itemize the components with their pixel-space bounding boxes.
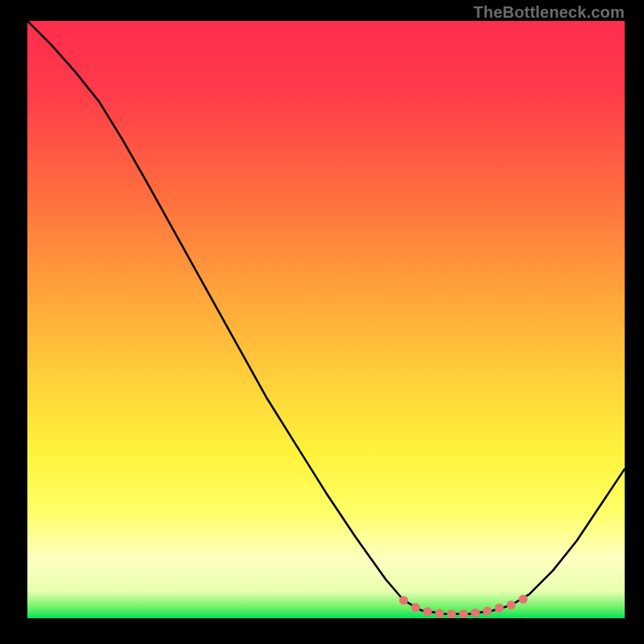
optimal-marker <box>459 609 468 618</box>
optimal-marker <box>495 604 504 613</box>
optimal-marker <box>506 601 515 609</box>
curve-line <box>27 21 625 614</box>
optimal-marker <box>447 609 456 618</box>
chart-container: TheBottleneck.com <box>0 0 644 644</box>
plot-area <box>27 21 625 618</box>
bottleneck-curve <box>27 21 625 618</box>
watermark-text: TheBottleneck.com <box>473 3 625 22</box>
optimal-marker <box>399 596 408 605</box>
optimal-marker <box>471 609 480 617</box>
optimal-marker <box>423 607 432 616</box>
optimal-marker <box>483 607 492 616</box>
optimal-marker <box>518 595 527 604</box>
optimal-range-markers <box>399 595 528 618</box>
optimal-marker <box>435 609 444 617</box>
optimal-marker <box>411 603 420 612</box>
